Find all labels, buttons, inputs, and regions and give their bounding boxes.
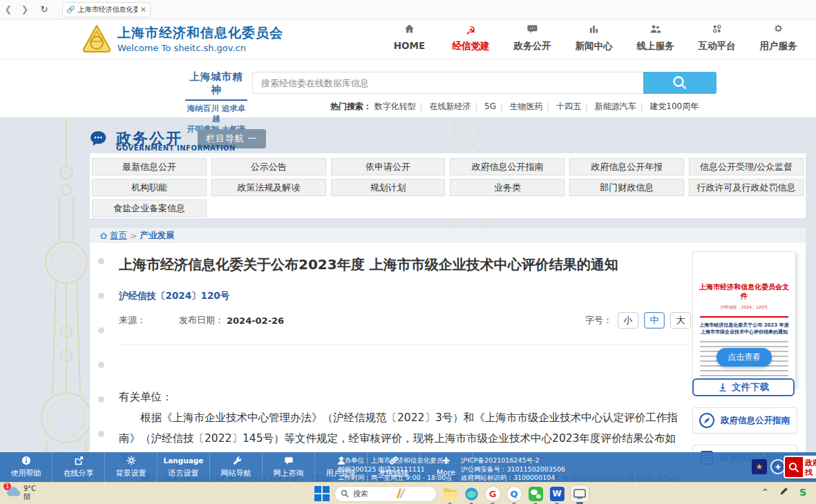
site-logo[interactable]: 上海市经济和信息化委员会 Welcome To sheitc.sh.gov.cn xyxy=(82,24,283,53)
gear-icon xyxy=(105,456,157,467)
sidebar-link-guide[interactable]: 政府信息公开指南 xyxy=(692,407,797,434)
security-emblem-badge[interactable]: ★ xyxy=(752,459,767,474)
gov-link-by-request[interactable]: 依申请公开 xyxy=(331,158,446,175)
file-explorer-icon[interactable] xyxy=(442,485,458,502)
word-icon[interactable]: W xyxy=(549,485,565,502)
weather-text: 9°C 阴 xyxy=(23,485,36,501)
edge-browser-icon[interactable] xyxy=(463,485,480,502)
gov-link-finance[interactable]: 部门财政信息 xyxy=(569,179,684,196)
search-input[interactable] xyxy=(252,72,643,94)
article-sidebar: 上海市经济和信息化委员会文件 沪经信技〔2024〕120号 上海市经济信息化委关… xyxy=(692,251,803,471)
nav-item-news[interactable]: 新闻中心 xyxy=(563,23,625,52)
gov-site-find-error-widget[interactable]: 政府 找 xyxy=(784,456,816,478)
back-icon[interactable]: ❮ xyxy=(0,4,17,14)
g-app-icon[interactable]: G xyxy=(484,485,501,502)
nav-label: 新闻中心 xyxy=(576,40,613,51)
emblem-icon xyxy=(82,24,112,53)
gov-link-notices[interactable]: 公示公告 xyxy=(211,158,326,175)
nav-item-party[interactable]: ☭ 经信党建 xyxy=(440,23,502,52)
city-spirit-title: 上海城市精神 xyxy=(185,70,247,101)
gov-link-latest-info[interactable]: 最新信息公开 xyxy=(92,158,207,175)
gov-links-panel: 最新信息公开 公示公告 依申请公开 政府信息公开指南 政府信息公开年报 信息公开… xyxy=(90,153,806,218)
nav-item-gov-info[interactable]: 政务公开 xyxy=(502,23,563,52)
wrench-icon xyxy=(210,456,262,467)
taskbar-search-box[interactable]: 搜索 xyxy=(334,486,437,502)
gov-link-functions[interactable]: 机构职能 xyxy=(92,179,207,196)
sogou-input-icon[interactable]: S xyxy=(799,487,806,498)
hot-term[interactable]: 建党100周年 xyxy=(649,101,699,111)
breadcrumb-home-label: 首页 xyxy=(110,230,127,242)
site-footer-info: 主办单位：上海市经济和信息化委员会 邮编200125 电话23111111 工作… xyxy=(338,456,565,483)
nav-label: HOME xyxy=(394,40,425,51)
pen-input-icon[interactable] xyxy=(779,485,788,498)
nav-item-user-service[interactable]: 用户服务 xyxy=(748,23,809,52)
nav-item-online-service[interactable]: 线上服务 xyxy=(625,23,686,52)
gov-link-policies[interactable]: 政策法规及解读 xyxy=(211,179,326,196)
nav-item-home[interactable]: HOME xyxy=(379,23,440,52)
tray-expand-icon[interactable]: ^ xyxy=(762,487,768,496)
breadcrumb-home[interactable]: 首页 xyxy=(99,230,127,242)
gov-link-supervision[interactable]: 信息公开受理/公众监督 xyxy=(689,158,804,175)
publish-date-label: 发布日期： xyxy=(179,314,224,327)
download-file-button[interactable]: 文件下载 xyxy=(692,378,795,396)
hot-term[interactable]: 5G xyxy=(484,101,507,111)
chat-icon xyxy=(263,456,314,467)
hot-term[interactable]: 生物医药 xyxy=(510,101,554,111)
footer-badges: ★ ✚ xyxy=(752,459,786,474)
footer-line: 沪公网安备号：31011502003506 xyxy=(461,465,565,474)
footer-line: 主办单位：上海市经济和信息化委员会 xyxy=(338,456,453,465)
toolbar-language[interactable]: Language 语言设置 xyxy=(158,452,210,482)
footer-line: 工作时间：周一至周五 9:00 - 18:00点 xyxy=(338,474,453,482)
font-size-control: 字号： 小 中 大 xyxy=(585,312,691,329)
search-button[interactable] xyxy=(643,72,717,94)
active-app-snip-tool[interactable] xyxy=(570,485,589,503)
system-tray: ^ S xyxy=(762,485,806,498)
gov-link-business[interactable]: 业务类 xyxy=(450,179,564,196)
toolbar-sitemap[interactable]: 网站导航 xyxy=(210,452,263,482)
browser-chrome: ❮ ❯ ↻ 🔗 上海市经济信息化委关于公布 × xyxy=(0,0,816,19)
toolbar-consult[interactable]: 网上咨询 xyxy=(263,452,315,482)
gov-link-guide[interactable]: 政府信息公开指南 xyxy=(450,158,564,175)
document-preview[interactable]: 上海市经济和信息化委员会文件 沪经信技〔2024〕120号 上海市经济信息化委关… xyxy=(692,251,796,387)
nav-item-interactive[interactable]: 互动平台 xyxy=(686,23,748,52)
footer-line: 政府网站标识码：3100000104 xyxy=(461,474,565,482)
toolbar-background-settings[interactable]: 背景设置 xyxy=(105,452,158,482)
home-icon xyxy=(379,23,440,39)
gov-link-licensing[interactable]: 行政许可及行政处罚信息 xyxy=(689,179,804,196)
nav-label: 经信党建 xyxy=(453,40,490,51)
gov-link-salt[interactable]: 食盐企业备案信息 xyxy=(92,200,207,217)
gear-pin-icon xyxy=(748,23,809,39)
source-label: 来源： xyxy=(119,314,146,327)
font-large-button[interactable]: 大 xyxy=(670,312,691,329)
site-title-block: 上海市经济和信息化委员会 Welcome To sheitc.sh.gov.cn xyxy=(117,24,283,53)
font-medium-button[interactable]: 中 xyxy=(644,312,665,329)
hot-term[interactable]: 数字化转型 xyxy=(374,101,427,111)
toolbar-share[interactable]: 在线分享 xyxy=(53,452,105,482)
nav-label: 互动平台 xyxy=(699,40,736,51)
gov-bubble-icon xyxy=(90,130,109,147)
compass-icon xyxy=(699,412,715,429)
gov-section-subtitle: GOVERNMENT INFORMATION xyxy=(116,144,236,152)
forward-icon[interactable]: ❯ xyxy=(17,4,33,14)
reload-icon[interactable]: ↻ xyxy=(36,4,53,14)
nav-label: 线上服务 xyxy=(637,40,674,51)
q-app-icon[interactable]: Q xyxy=(506,485,522,502)
gov-link-annual-report[interactable]: 政府信息公开年报 xyxy=(569,158,684,175)
download-icon xyxy=(718,382,728,392)
hot-term[interactable]: 十四五 xyxy=(556,101,592,111)
wechat-icon[interactable] xyxy=(527,485,544,502)
gov-link-plans[interactable]: 规划计划 xyxy=(331,179,446,196)
hot-term[interactable]: 新能源汽车 xyxy=(595,101,647,111)
view-document-button[interactable]: 点击查看 xyxy=(717,348,772,367)
tab-close-icon[interactable]: × xyxy=(140,5,146,14)
browser-tab[interactable]: 🔗 上海市经济信息化委关于公布 × xyxy=(62,2,151,17)
toolbar-help[interactable]: 使用帮助 xyxy=(0,452,53,482)
footer-line: 沪ICP备2021016245号-2 xyxy=(461,456,565,465)
people-icon xyxy=(625,23,686,39)
hot-term[interactable]: 在线新经济 xyxy=(429,101,482,111)
sidebar-link-label: 政府信息公开指南 xyxy=(721,415,790,427)
font-small-button[interactable]: 小 xyxy=(618,312,638,329)
taskbar-weather-widget[interactable]: 1 9°C 阴 xyxy=(6,485,36,501)
windows-start-button[interactable] xyxy=(314,486,330,501)
breadcrumb-current[interactable]: 产业发展 xyxy=(140,230,174,242)
